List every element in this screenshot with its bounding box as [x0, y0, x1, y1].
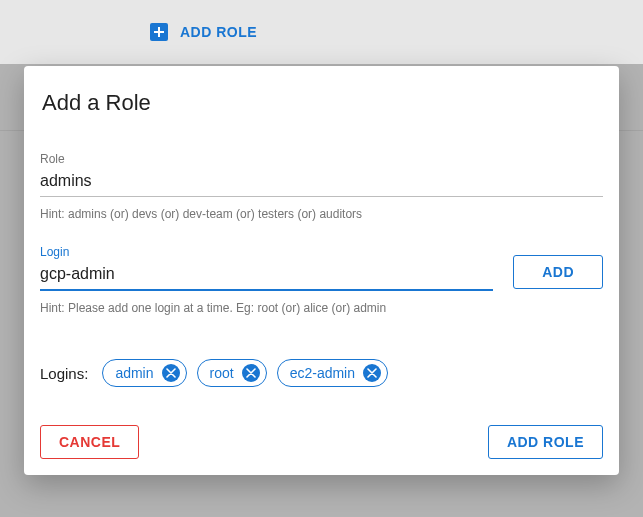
login-field-group: Login ADD Hint: Please add one login at …: [40, 245, 603, 315]
login-input[interactable]: [40, 261, 493, 291]
role-hint: Hint: admins (or) devs (or) dev-team (or…: [40, 207, 603, 221]
remove-login-icon[interactable]: [242, 364, 260, 382]
dialog-actions: CANCEL ADD ROLE: [40, 409, 603, 459]
plus-icon: [150, 23, 168, 41]
page-header-bar: ADD ROLE: [0, 0, 643, 64]
login-field-label: Login: [40, 245, 493, 259]
add-role-dialog: Add a Role Role Hint: admins (or) devs (…: [24, 66, 619, 475]
remove-login-icon[interactable]: [162, 364, 180, 382]
login-chip: root: [197, 359, 267, 387]
add-role-trigger-label: ADD ROLE: [180, 24, 257, 40]
login-chip-label: ec2-admin: [290, 365, 355, 381]
remove-login-icon[interactable]: [363, 364, 381, 382]
role-field-label: Role: [40, 152, 603, 166]
add-role-submit-button[interactable]: ADD ROLE: [488, 425, 603, 459]
login-chip: ec2-admin: [277, 359, 388, 387]
login-hint: Hint: Please add one login at a time. Eg…: [40, 301, 603, 315]
login-chip-label: admin: [115, 365, 153, 381]
add-role-trigger[interactable]: ADD ROLE: [150, 23, 257, 41]
role-input[interactable]: [40, 168, 603, 197]
login-chip-label: root: [210, 365, 234, 381]
login-chip: admin: [102, 359, 186, 387]
add-login-button[interactable]: ADD: [513, 255, 603, 289]
dialog-title: Add a Role: [40, 90, 603, 116]
cancel-button[interactable]: CANCEL: [40, 425, 139, 459]
logins-label: Logins:: [40, 365, 88, 382]
role-field-group: Role Hint: admins (or) devs (or) dev-tea…: [40, 152, 603, 221]
logins-list: Logins: admin root ec2-admin: [40, 359, 603, 387]
